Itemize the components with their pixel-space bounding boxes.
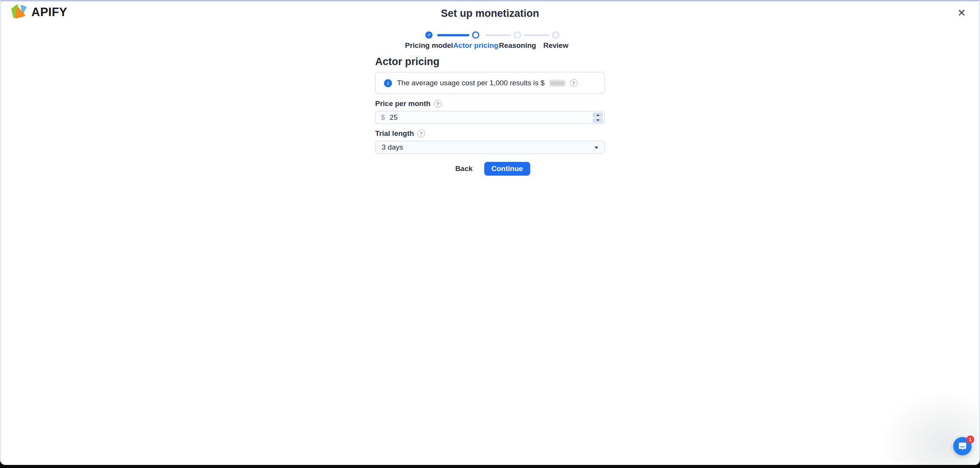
continue-button[interactable]: Continue xyxy=(484,162,530,176)
step-review[interactable]: Review xyxy=(537,31,575,50)
section-heading: Actor pricing xyxy=(375,56,605,68)
chevron-down-icon xyxy=(595,147,598,149)
step-label: Pricing model xyxy=(405,41,453,50)
monetization-modal: APIFY ✕ Set up monetization ✓ Pricing mo… xyxy=(0,0,980,465)
arrow-up-icon xyxy=(596,114,599,116)
actions-row: Back Continue xyxy=(375,162,605,176)
chat-bubble-icon xyxy=(957,441,967,451)
trial-field-label-row: Trial length ? xyxy=(375,129,605,138)
apify-logo-icon xyxy=(11,5,28,20)
info-banner-text: The average usage cost per 1,000 results… xyxy=(397,79,545,87)
active-step-dot xyxy=(472,31,479,39)
trial-field-label: Trial length xyxy=(375,129,414,138)
info-icon: i xyxy=(384,79,392,87)
increment-button[interactable] xyxy=(593,113,603,117)
apify-logo: APIFY xyxy=(11,5,67,20)
help-icon[interactable]: ? xyxy=(434,100,442,108)
help-icon[interactable]: ? xyxy=(417,130,425,137)
price-stepper xyxy=(593,113,603,123)
modal-title: Set up monetization xyxy=(1,0,979,20)
upcoming-step-dot xyxy=(514,31,521,39)
step-connector xyxy=(437,34,469,36)
price-input[interactable] xyxy=(390,113,543,122)
info-banner: i The average usage cost per 1,000 resul… xyxy=(375,72,605,94)
top-edge-strip xyxy=(1,0,979,2)
form-content: Actor pricing i The average usage cost p… xyxy=(375,56,605,176)
price-field-label: Price per month xyxy=(375,99,431,108)
step-label: Reasoning xyxy=(499,41,536,50)
chat-launcher[interactable]: 1 xyxy=(953,437,972,455)
close-button[interactable]: ✕ xyxy=(954,5,969,21)
trial-length-value: 3 days xyxy=(382,143,403,152)
apify-wordmark: APIFY xyxy=(31,5,67,19)
step-connector xyxy=(524,34,549,36)
stepper: ✓ Pricing model Actor pricing Reasoning … xyxy=(405,31,575,50)
help-icon[interactable]: ? xyxy=(570,79,578,87)
decrement-button[interactable] xyxy=(593,118,603,123)
unread-badge: 1 xyxy=(966,435,974,444)
currency-prefix: $ xyxy=(381,113,385,122)
step-label: Review xyxy=(543,41,568,50)
trial-length-select[interactable]: 3 days xyxy=(375,141,605,154)
back-button[interactable]: Back xyxy=(450,162,478,175)
price-field-label-row: Price per month ? xyxy=(375,99,605,108)
arrow-down-icon xyxy=(596,119,599,121)
check-icon: ✓ xyxy=(425,31,433,39)
price-input-wrapper: $ xyxy=(375,111,605,124)
step-label: Actor pricing xyxy=(453,41,498,50)
upcoming-step-dot xyxy=(552,31,559,39)
redacted-value xyxy=(550,80,565,86)
step-connector xyxy=(486,34,511,36)
